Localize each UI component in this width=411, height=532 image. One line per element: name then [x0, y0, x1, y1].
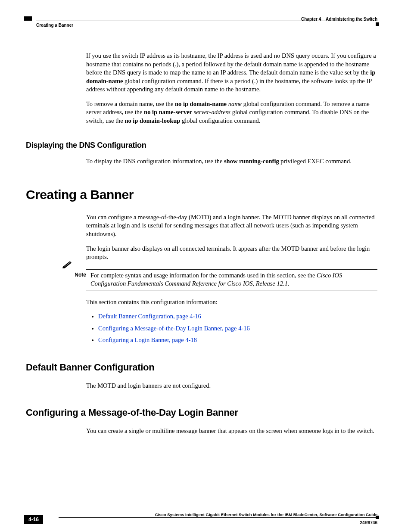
footer-doc-number: 24R9746 — [360, 520, 377, 526]
header-chapter: Chapter 4 Administering the Switch — [301, 16, 377, 22]
heading-motd-banner: Configuring a Message-of-the-Day Login B… — [26, 406, 377, 419]
heading-creating-banner: Creating a Banner — [26, 186, 377, 204]
list-item: Configuring a Login Banner, page 4-18 — [98, 336, 377, 345]
paragraph: This section contains this configuration… — [86, 298, 377, 307]
paragraph: You can configure a message-of-the-day (… — [86, 213, 377, 239]
paragraph: The MOTD and login banners are not confi… — [86, 382, 377, 390]
paragraph: To display the DNS configuration informa… — [86, 157, 377, 166]
note-block: Note For complete syntax and usage infor… — [60, 269, 377, 290]
header-marker-right — [376, 22, 379, 26]
paragraph: The login banner also displays on all co… — [86, 245, 377, 261]
xref-link[interactable]: Default Banner Configuration, page 4-16 — [98, 313, 201, 320]
heading-dns-config: Displaying the DNS Configuration — [26, 140, 377, 150]
header-section-title: Creating a Banner — [36, 22, 73, 28]
header-chapter-title: Administering the Switch — [326, 17, 377, 22]
xref-link[interactable]: Configuring a Login Banner, page 4-18 — [98, 336, 197, 343]
footer-doc-title: Cisco Systems Intelligent Gigabit Ethern… — [155, 512, 377, 518]
xref-link[interactable]: Configuring a Message-of-the-Day Login B… — [98, 325, 250, 332]
pencil-icon — [62, 260, 74, 268]
heading-default-banner: Default Banner Configuration — [26, 361, 377, 374]
note-label: Note — [60, 271, 90, 288]
note-text: For complete syntax and usage informatio… — [90, 271, 377, 288]
footer-rule — [59, 517, 377, 518]
paragraph: If you use the switch IP address as its … — [86, 52, 377, 94]
footer-page-number: 4-16 — [24, 515, 43, 524]
xref-list: Default Banner Configuration, page 4-16 … — [86, 312, 377, 345]
footer-marker — [376, 516, 379, 519]
list-item: Default Banner Configuration, page 4-16 — [98, 312, 377, 321]
paragraph: You can create a single or multiline mes… — [86, 427, 377, 436]
header-marker-left — [24, 16, 32, 21]
note-rule-top — [86, 269, 377, 270]
paragraph: To remove a domain name, use the no ip d… — [86, 100, 377, 125]
header-chapter-num: Chapter 4 — [301, 17, 321, 22]
note-rule-bottom — [86, 290, 377, 290]
page-header: Creating a Banner Chapter 4 Administerin… — [24, 16, 377, 27]
list-item: Configuring a Message-of-the-Day Login B… — [98, 324, 377, 333]
page-content: If you use the switch IP address as its … — [26, 52, 377, 442]
